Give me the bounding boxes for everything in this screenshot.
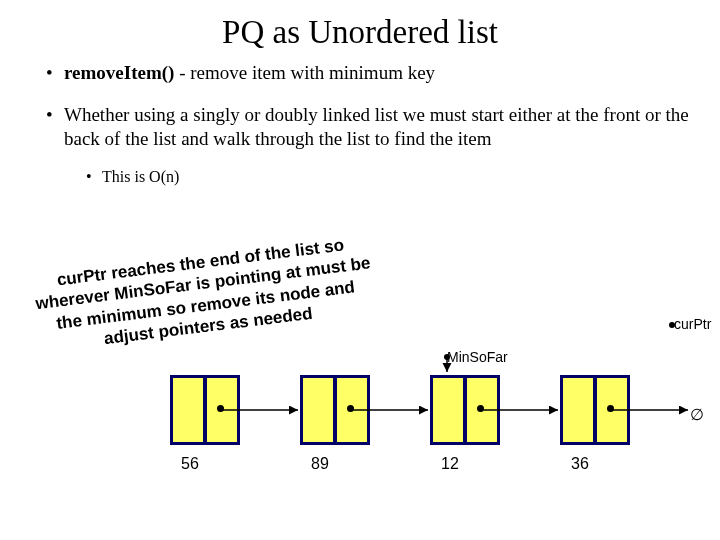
label-minsofar: MinSoFar (447, 349, 508, 365)
slide-title: PQ as Unordered list (0, 0, 720, 61)
callout-note: curPtr reaches the end of the list so wh… (20, 226, 389, 362)
bullet-dot: • (46, 103, 64, 151)
subbullet-complexity: • This is O(n) (86, 168, 690, 186)
node-value: 36 (560, 455, 600, 473)
removeitem-rest: - remove item with minimum key (174, 62, 435, 83)
list-node (300, 375, 370, 445)
node-value: 12 (430, 455, 470, 473)
linked-list-diagram: 56 89 12 36 (170, 375, 690, 505)
node-value: 56 (170, 455, 210, 473)
list-node (170, 375, 240, 445)
label-curptr: curPtr (674, 316, 711, 332)
bullet-removeitem: • removeItem() - remove item with minimu… (46, 61, 690, 85)
bullet-dot: • (46, 61, 64, 85)
node-value: 89 (300, 455, 340, 473)
bullet-dot: • (86, 168, 102, 186)
list-node (430, 375, 500, 445)
null-terminator: ∅ (690, 405, 704, 424)
bullet-whether: • Whether using a singly or doubly linke… (46, 103, 690, 151)
list-node (560, 375, 630, 445)
bullet-list: • removeItem() - remove item with minimu… (0, 61, 720, 186)
removeitem-strong: removeItem() (64, 62, 174, 83)
